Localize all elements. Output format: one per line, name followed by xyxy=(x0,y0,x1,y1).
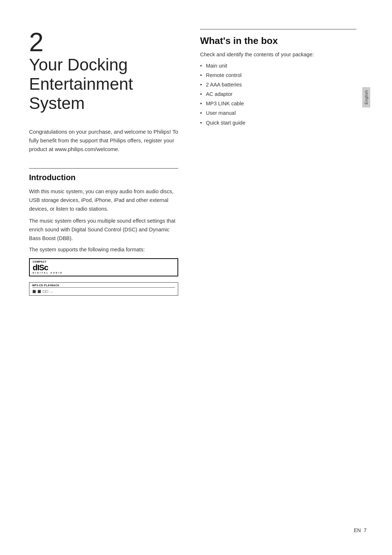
mp3cd-icons: ◼ ◼ ◻◻ … xyxy=(32,289,175,294)
whats-in-box-heading: What's in the box xyxy=(200,35,356,46)
page-footer: EN 7 xyxy=(354,527,367,533)
mp3cd-logo-box: MP3-CD PLAYBACK ◼ ◼ ◻◻ … xyxy=(29,282,178,296)
mp3-icon2: ◼ xyxy=(37,289,41,294)
intro-para-1: With this music system, you can enjoy au… xyxy=(29,187,178,214)
chapter-title-line1: Your Docking xyxy=(29,55,128,74)
whats-in-box-divider xyxy=(200,29,356,29)
disc-text: dISc xyxy=(33,264,175,272)
box-item-2: Remote control xyxy=(200,70,356,80)
introduction-divider xyxy=(29,168,178,169)
sidebar-english-tab: English xyxy=(362,87,370,108)
mp3-icon: ◼ xyxy=(32,289,36,294)
intro-para-2: The music system offers you multiple sou… xyxy=(29,217,178,243)
box-intro-text: Check and identify the contents of your … xyxy=(200,52,356,57)
sidebar-tab-label: English xyxy=(364,90,368,105)
box-item-5: MP3 LINK cable xyxy=(200,99,356,108)
chapter-title-line2: Entertainment xyxy=(29,74,133,93)
box-item-4: AC adaptor xyxy=(200,89,356,99)
box-item-3: 2 AAA batteries xyxy=(200,80,356,89)
mp3-icon4: … xyxy=(50,289,53,293)
compact-disc-logo: COMPACT dISc DIGITAL AUDIO xyxy=(29,258,178,276)
chapter-title: Your Docking Entertainment System xyxy=(29,55,178,113)
page-container: 2 Your Docking Entertainment System Cong… xyxy=(0,0,392,555)
left-column: 2 Your Docking Entertainment System Cong… xyxy=(29,29,193,533)
box-item-1: Main unit xyxy=(200,61,356,70)
mp3-icon3: ◻◻ xyxy=(42,289,48,293)
compact-text: COMPACT xyxy=(33,260,175,263)
footer-language: EN xyxy=(354,527,361,533)
content-wrapper: 2 Your Docking Entertainment System Cong… xyxy=(29,29,370,533)
digital-audio-text: DIGITAL AUDIO xyxy=(33,272,175,274)
mp3cd-label: MP3-CD PLAYBACK xyxy=(32,284,175,288)
footer-page-number: 7 xyxy=(364,527,367,533)
chapter-number: 2 xyxy=(29,29,178,55)
logo-row: COMPACT dISc DIGITAL AUDIO MP3-CD PLAYBA… xyxy=(29,258,178,301)
intro-paragraph: Congratulations on your purchase, and we… xyxy=(29,127,178,154)
box-list: Main unit Remote control 2 AAA batteries… xyxy=(200,61,356,127)
right-column: What's in the box Check and identify the… xyxy=(193,29,356,533)
introduction-heading: Introduction xyxy=(29,173,178,182)
box-item-7: Quick start guide xyxy=(200,118,356,127)
chapter-title-line3: System xyxy=(29,94,85,113)
media-formats-label: The system supports the following media … xyxy=(29,247,178,252)
box-item-6: User manual xyxy=(200,108,356,118)
